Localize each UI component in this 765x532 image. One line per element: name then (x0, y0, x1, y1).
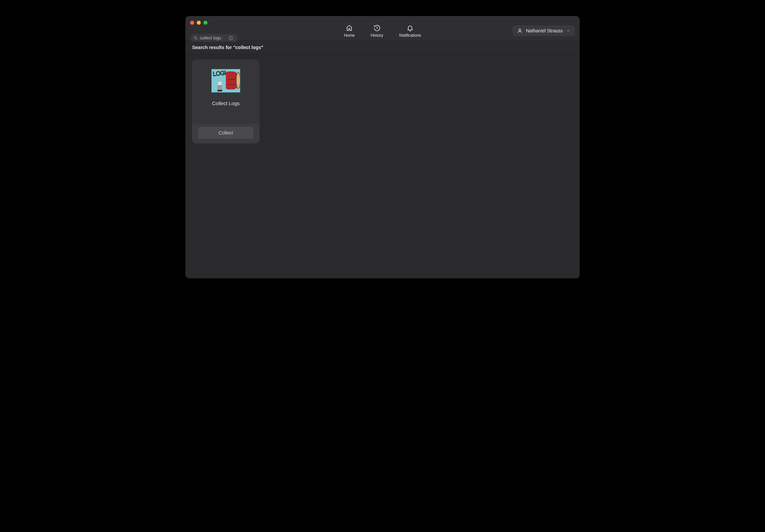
nav-history[interactable]: History (371, 24, 383, 38)
bell-icon (407, 24, 414, 32)
result-thumbnail: LOG! (211, 69, 240, 92)
search-results-heading: Search results for "collect logs" (185, 41, 580, 54)
history-icon (373, 24, 380, 32)
result-card[interactable]: LOG! Collect Logs Collect (192, 60, 260, 144)
nav-notifications[interactable]: Notifications (399, 24, 421, 38)
clear-search-button[interactable] (228, 36, 233, 40)
account-username: Nathaniel Strauss (526, 28, 563, 33)
collect-button[interactable]: Collect (198, 127, 254, 139)
app-window: Home History Notifications Nathaniel Str… (185, 16, 580, 278)
search-field[interactable] (191, 34, 238, 42)
result-card-footer: Collect (192, 123, 260, 144)
zoom-window-button[interactable] (203, 21, 207, 25)
svg-line-1 (196, 39, 197, 39)
user-icon (517, 28, 522, 33)
nav-home[interactable]: Home (344, 24, 355, 38)
thumbnail-log-text: LOG! (212, 69, 226, 78)
content-area: LOG! Collect Logs Collect (185, 54, 580, 278)
svg-point-0 (194, 36, 197, 39)
chevron-down-icon (566, 29, 570, 33)
result-title: Collect Logs (212, 100, 240, 106)
primary-nav: Home History Notifications (344, 24, 421, 38)
home-icon (346, 24, 353, 32)
nav-history-label: History (371, 33, 383, 38)
svg-point-4 (519, 29, 521, 31)
search-input[interactable] (200, 35, 226, 40)
minimize-window-button[interactable] (197, 21, 201, 25)
close-window-button[interactable] (190, 21, 194, 25)
search-icon (193, 36, 198, 40)
nav-home-label: Home (344, 33, 355, 38)
titlebar: Home History Notifications Nathaniel Str… (185, 16, 580, 41)
window-controls (190, 21, 207, 25)
account-menu[interactable]: Nathaniel Strauss (512, 25, 575, 36)
nav-notifications-label: Notifications (399, 33, 421, 38)
log-end-cap (236, 72, 240, 89)
close-icon (230, 37, 232, 39)
